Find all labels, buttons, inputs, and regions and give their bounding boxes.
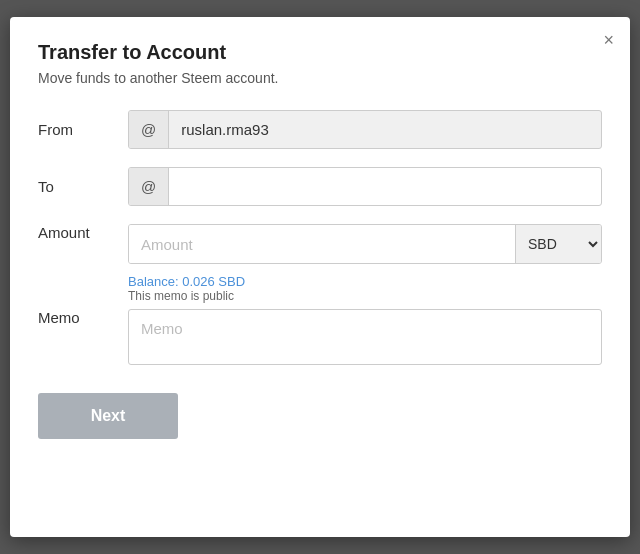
to-at-symbol: @ <box>129 168 169 205</box>
modal-title: Transfer to Account <box>38 41 602 64</box>
to-input[interactable] <box>169 168 601 205</box>
amount-control: SBD STEEM <box>128 224 602 264</box>
from-label: From <box>38 121 128 138</box>
from-input <box>169 111 601 148</box>
modal-overlay: × Transfer to Account Move funds to anot… <box>0 0 640 554</box>
transfer-modal: × Transfer to Account Move funds to anot… <box>10 17 630 537</box>
amount-input[interactable] <box>129 225 515 263</box>
from-at-symbol: @ <box>129 111 169 148</box>
memo-label: Memo <box>38 309 128 326</box>
to-input-group: @ <box>128 167 602 206</box>
from-input-group: @ <box>128 110 602 149</box>
amount-input-group: SBD STEEM <box>128 224 602 264</box>
close-button[interactable]: × <box>603 31 614 49</box>
balance-text: Balance: 0.026 SBD <box>128 274 602 289</box>
memo-row: Memo <box>38 309 602 365</box>
modal-subtitle: Move funds to another Steem account. <box>38 70 602 86</box>
to-control: @ <box>128 167 602 206</box>
currency-select[interactable]: SBD STEEM <box>515 225 601 263</box>
memo-input[interactable] <box>128 309 602 365</box>
next-button[interactable]: Next <box>38 393 178 439</box>
amount-row: Amount SBD STEEM <box>38 224 602 264</box>
to-row: To @ <box>38 167 602 206</box>
amount-label: Amount <box>38 224 128 241</box>
from-control: @ <box>128 110 602 149</box>
to-label: To <box>38 178 128 195</box>
from-row: From @ <box>38 110 602 149</box>
memo-note: This memo is public <box>128 289 602 303</box>
